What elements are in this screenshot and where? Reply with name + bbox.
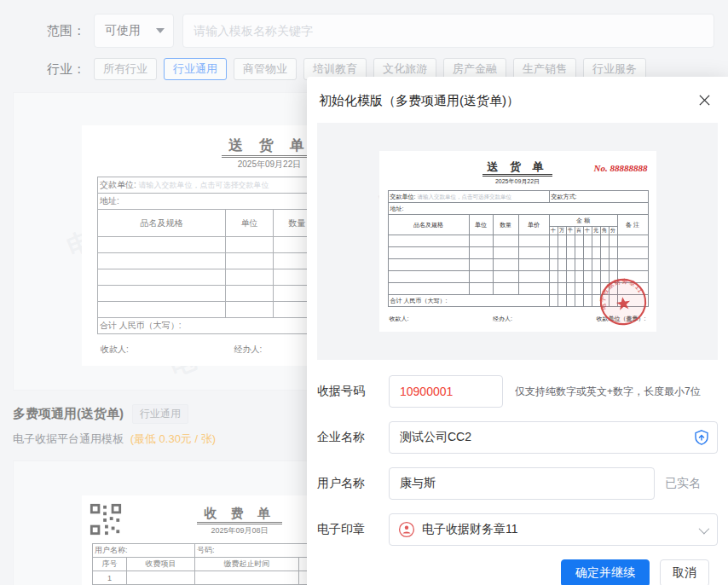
init-template-modal: 初始化模版（多费项通用(送货单)） 电子收据 电子收据 No. 88888888…: [307, 77, 728, 585]
modal-form: 收据号码 仅支持纯数字或英文+数字，长度最小7位 企业名称 用户名称 已实名: [307, 360, 728, 546]
receipt-no-label: 收据号码: [317, 384, 380, 399]
receipt-no-input[interactable]: [389, 375, 503, 408]
verified-badge: 已实名: [665, 476, 701, 491]
pay-method-cell: 交款方式:: [549, 191, 648, 203]
payee-label: 收款人:: [390, 315, 409, 323]
company-label: 企业名称: [317, 430, 380, 445]
payer-row: 交款单位: 请输入交款单位，点击可选择交款单位 交款方式:: [388, 191, 648, 203]
amount-digit-col: 十: [583, 227, 592, 235]
company-input[interactable]: [389, 421, 718, 454]
doc-date: 2025年09月22日: [388, 177, 648, 186]
receipt-no-hint: 仅支持纯数字或英文+数字，长度最小7位: [515, 385, 701, 399]
user-input[interactable]: [389, 467, 655, 500]
close-icon: [698, 94, 711, 107]
company-row: 企业名称: [317, 421, 718, 454]
amount-digit-col: 元: [592, 227, 600, 235]
amount-digit-col: 角: [600, 227, 609, 235]
seal-label: 电子印章: [317, 522, 380, 537]
red-seal-stamp: 电子收据财务章11: [595, 274, 651, 330]
amount-digit-col: 十: [549, 227, 558, 235]
seal-value: 电子收据财务章11: [422, 522, 699, 537]
doc-empty-row: [388, 235, 648, 247]
payer-placeholder: 请输入交款单位，点击可选择交款单位: [417, 194, 511, 200]
amount-digit-col: 千: [566, 227, 575, 235]
doc-empty-row: [388, 247, 648, 259]
amount-digit-col: 万: [558, 227, 566, 235]
amount-digit-col: 百: [575, 227, 583, 235]
header-row: 品名及规格 单位 数量 单价 金 额 备 注: [388, 215, 648, 227]
user-row: 用户名称 已实名: [317, 467, 718, 500]
template-preview-area: 电子收据 电子收据 No. 88888888 送 货 单 2025年09月22日…: [317, 123, 718, 360]
doc-empty-row: [388, 259, 648, 271]
modal-header: 初始化模版（多费项通用(送货单)）: [307, 77, 728, 119]
modal-title: 初始化模版（多费项通用(送货单)）: [319, 93, 711, 109]
address-row: 地址:: [388, 203, 648, 215]
delivery-note-preview: No. 88888888 送 货 单 2025年09月22日 交款单位: 请输入…: [379, 151, 656, 332]
handler-label: 经办人:: [493, 315, 512, 323]
company-picker-icon[interactable]: [693, 429, 710, 449]
receipt-no-row: 收据号码 仅支持纯数字或英文+数字，长度最小7位: [317, 375, 718, 408]
modal-footer: 确定并继续 取消: [307, 559, 728, 585]
user-label: 用户名称: [317, 476, 380, 491]
receipt-no-text: No. 88888888: [594, 163, 648, 173]
seal-row: 电子印章 电子收据财务章11: [317, 513, 718, 546]
chevron-down-icon: [699, 523, 710, 534]
company-input-wrap: [389, 421, 718, 454]
close-button[interactable]: [696, 91, 713, 108]
confirm-continue-button[interactable]: 确定并继续: [561, 559, 650, 585]
seal-select[interactable]: 电子收据财务章11: [389, 513, 718, 546]
seal-icon: [398, 521, 415, 538]
cancel-button[interactable]: 取消: [660, 559, 709, 585]
amount-digit-col: 分: [609, 227, 617, 235]
